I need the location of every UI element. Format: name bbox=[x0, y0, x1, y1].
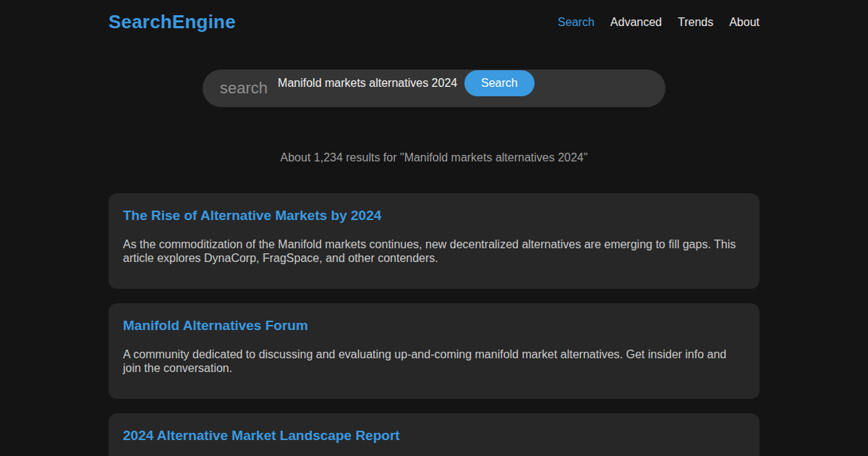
result-snippet: A community dedicated to discussing and … bbox=[123, 348, 745, 375]
result-title[interactable]: The Rise of Alternative Markets by 2024 bbox=[123, 208, 745, 224]
search-input[interactable] bbox=[278, 77, 464, 90]
result-title[interactable]: Manifold Alternatives Forum bbox=[123, 318, 745, 334]
search-button[interactable]: Search bbox=[464, 70, 535, 96]
search-bar: search Search bbox=[203, 69, 665, 107]
search-icon: search bbox=[220, 79, 268, 98]
nav-item-trends[interactable]: Trends bbox=[678, 16, 713, 29]
result-snippet: As the commoditization of the Manifold m… bbox=[123, 238, 745, 265]
header: SearchEngine Search Advanced Trends Abou… bbox=[109, 0, 760, 33]
result-card: Manifold Alternatives Forum A community … bbox=[109, 303, 760, 399]
top-nav: Search Advanced Trends About bbox=[558, 16, 760, 29]
result-title[interactable]: 2024 Alternative Market Landscape Report bbox=[123, 428, 745, 444]
nav-item-advanced[interactable]: Advanced bbox=[610, 16, 662, 29]
results-list: The Rise of Alternative Markets by 2024 … bbox=[109, 193, 760, 456]
result-card: The Rise of Alternative Markets by 2024 … bbox=[109, 193, 760, 289]
nav-item-about[interactable]: About bbox=[729, 16, 760, 29]
result-card: 2024 Alternative Market Landscape Report bbox=[109, 413, 760, 456]
nav-item-search[interactable]: Search bbox=[558, 16, 595, 29]
logo[interactable]: SearchEngine bbox=[109, 11, 236, 33]
results-summary: About 1,234 results for "Manifold market… bbox=[0, 151, 868, 164]
